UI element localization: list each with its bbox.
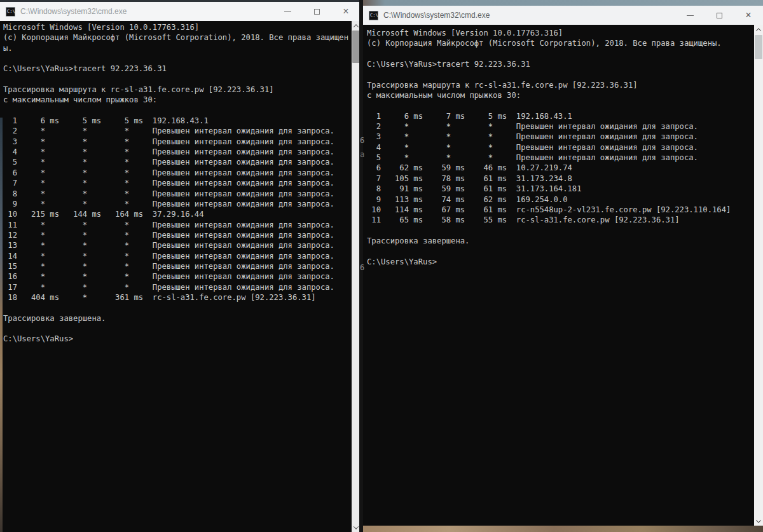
window-title: C:\Windows\system32\cmd.exe xyxy=(383,11,675,20)
cmd-icon[interactable]: C:\ xyxy=(6,7,15,17)
cmd-window-right: C:\ C:\Windows\system32\cmd.exe × Micros… xyxy=(363,6,763,526)
minimize-icon xyxy=(284,11,291,12)
window-title: C:\Windows\system32\cmd.exe xyxy=(20,7,273,16)
scroll-up-button[interactable] xyxy=(754,25,763,34)
background-window-artifact: а xyxy=(360,150,364,159)
cmd-icon-text: C:\ xyxy=(6,10,15,14)
background-window-artifact: 6 xyxy=(360,263,364,272)
close-icon: × xyxy=(745,10,751,20)
chevron-up-icon xyxy=(354,24,359,29)
close-button[interactable]: × xyxy=(331,2,361,21)
maximize-icon xyxy=(314,9,320,15)
desktop: C:\ C:\Windows\system32\cmd.exe × Micros… xyxy=(0,0,763,532)
maximize-button[interactable] xyxy=(302,2,331,21)
desktop-wallpaper-left-sliver xyxy=(0,118,3,532)
desktop-wallpaper-top xyxy=(361,0,763,6)
minimize-icon xyxy=(687,15,694,16)
window-gap: 6 а 6 xyxy=(359,0,363,532)
cmd-icon[interactable]: C:\ xyxy=(369,11,378,20)
minimize-button[interactable] xyxy=(675,6,705,25)
window-controls: × xyxy=(675,6,763,25)
window-controls: × xyxy=(273,2,361,21)
scrollbar-right[interactable] xyxy=(754,25,763,526)
console-output-right[interactable]: Microsoft Windows [Version 10.0.17763.31… xyxy=(363,25,754,526)
close-button[interactable]: × xyxy=(734,6,763,25)
scrollbar-thumb[interactable] xyxy=(755,35,762,59)
desktop-wallpaper-bottom xyxy=(361,526,763,532)
cmd-window-left: C:\ C:\Windows\system32\cmd.exe × Micros… xyxy=(0,0,361,532)
titlebar-left[interactable]: C:\ C:\Windows\system32\cmd.exe × xyxy=(0,2,361,21)
titlebar-right[interactable]: C:\ C:\Windows\system32\cmd.exe × xyxy=(363,6,763,25)
scroll-down-button[interactable] xyxy=(754,516,763,526)
chevron-down-icon xyxy=(756,517,761,522)
maximize-icon xyxy=(717,13,722,18)
console-output-left[interactable]: Microsoft Windows [Version 10.0.17763.31… xyxy=(0,21,352,532)
close-icon: × xyxy=(343,6,348,17)
chevron-up-icon xyxy=(756,28,761,33)
cmd-icon-text: C:\ xyxy=(369,13,378,18)
minimize-button[interactable] xyxy=(273,2,302,21)
chevron-down-icon xyxy=(354,524,359,529)
maximize-button[interactable] xyxy=(705,6,734,25)
background-window-artifact: 6 xyxy=(360,136,364,145)
